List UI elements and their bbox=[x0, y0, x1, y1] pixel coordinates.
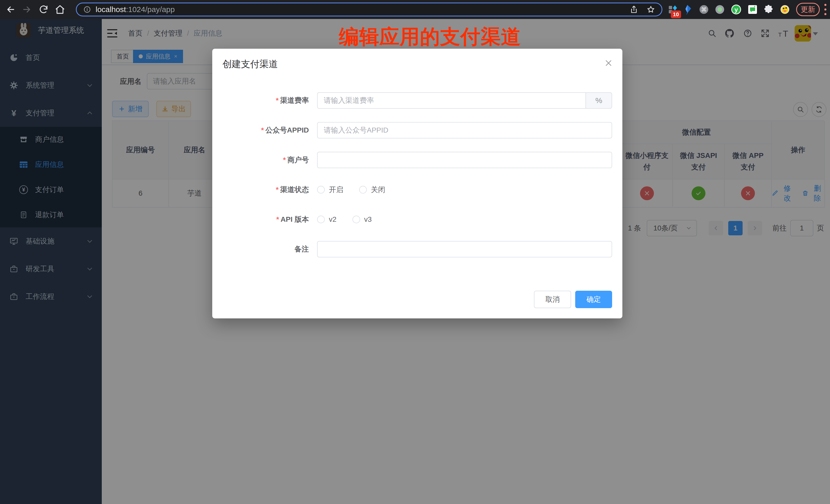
extension-command-icon[interactable]: ⌘ bbox=[698, 4, 709, 15]
extension-kite-icon[interactable] bbox=[682, 4, 693, 15]
field-label: 渠道费率 bbox=[280, 96, 309, 104]
annotation-title: 编辑应用的支付渠道 bbox=[339, 24, 521, 51]
radio-circle-icon bbox=[317, 186, 325, 194]
browser-reload-icon[interactable] bbox=[38, 4, 49, 14]
field-label: 公众号APPID bbox=[265, 126, 309, 134]
percent-append: % bbox=[585, 92, 612, 109]
radio-status-closed[interactable]: 关闭 bbox=[359, 185, 385, 195]
extension-chat-icon[interactable] bbox=[747, 4, 758, 15]
required-asterisk: * bbox=[276, 215, 279, 223]
browser-home-icon[interactable] bbox=[55, 4, 65, 14]
channel-rate-input[interactable] bbox=[317, 92, 585, 109]
field-label: API 版本 bbox=[281, 215, 309, 223]
extension-yuque-icon[interactable]: y bbox=[731, 4, 742, 15]
merchant-id-input[interactable] bbox=[317, 152, 612, 168]
dialog-header: 创建支付渠道 bbox=[212, 49, 622, 69]
field-label: 商户号 bbox=[287, 156, 309, 164]
radio-circle-icon bbox=[352, 216, 360, 223]
dialog-footer: 取消 确定 bbox=[534, 291, 612, 308]
close-icon[interactable] bbox=[604, 59, 613, 67]
required-asterisk: * bbox=[261, 126, 264, 134]
url-text: localhost:1024/pay/app bbox=[96, 5, 175, 14]
form-row-api-version: *API 版本 v2 v3 bbox=[223, 211, 612, 228]
radio-api-v2[interactable]: v2 bbox=[317, 215, 337, 224]
browser-update-button[interactable]: 更新 bbox=[796, 3, 820, 16]
radio-circle-icon bbox=[317, 216, 325, 223]
field-label: 渠道状态 bbox=[280, 186, 309, 194]
browser-forward-icon[interactable] bbox=[22, 4, 32, 14]
confirm-button[interactable]: 确定 bbox=[575, 291, 612, 308]
remark-input[interactable] bbox=[317, 241, 612, 257]
browser-back-icon[interactable] bbox=[6, 4, 16, 14]
required-asterisk: * bbox=[276, 186, 279, 194]
extension-tabs-icon[interactable]: 10 bbox=[667, 4, 678, 15]
form-row-channel-status: *渠道状态 开启 关闭 bbox=[223, 182, 612, 198]
bookmark-star-icon[interactable] bbox=[647, 5, 655, 13]
url-host: localhost bbox=[96, 5, 126, 13]
required-asterisk: * bbox=[283, 156, 286, 164]
app-window: 芋道管理系统 首页 系统管理 ¥ 支付管理 bbox=[0, 19, 830, 504]
radio-api-v3[interactable]: v3 bbox=[352, 215, 372, 224]
extensions-puzzle-icon[interactable] bbox=[763, 4, 774, 15]
extension-dot-icon[interactable] bbox=[714, 4, 726, 15]
browser-toolbar: localhost:1024/pay/app 10 ⌘ y 更新 bbox=[0, 0, 830, 19]
form-row-merchant-id: *商户号 bbox=[223, 152, 612, 168]
create-pay-channel-dialog: 创建支付渠道 *渠道费率 % *公众号APPID *商户号 bbox=[212, 49, 622, 318]
form-row-remark: 备注 bbox=[223, 241, 612, 257]
site-info-icon[interactable] bbox=[83, 6, 91, 13]
share-icon[interactable] bbox=[630, 5, 638, 13]
url-path: :1024/pay/app bbox=[126, 5, 174, 13]
extension-badge: 10 bbox=[671, 10, 681, 18]
dialog-title: 创建支付渠道 bbox=[223, 59, 278, 69]
form-row-appid: *公众号APPID bbox=[223, 122, 612, 138]
radio-circle-icon bbox=[359, 186, 367, 194]
cancel-button[interactable]: 取消 bbox=[534, 291, 571, 308]
official-account-appid-input[interactable] bbox=[317, 122, 612, 138]
dialog-body: *渠道费率 % *公众号APPID *商户号 *渠道状态 bbox=[212, 69, 622, 257]
field-label: 备注 bbox=[294, 245, 309, 253]
svg-text:y: y bbox=[734, 6, 738, 13]
browser-menu-icon[interactable] bbox=[824, 4, 827, 15]
radio-status-open[interactable]: 开启 bbox=[317, 185, 343, 195]
svg-text:⌘: ⌘ bbox=[701, 6, 707, 13]
form-row-channel-rate: *渠道费率 % bbox=[223, 92, 612, 109]
address-bar[interactable]: localhost:1024/pay/app bbox=[76, 3, 662, 17]
required-asterisk: * bbox=[276, 96, 279, 104]
extension-emoji-icon[interactable] bbox=[779, 4, 791, 15]
